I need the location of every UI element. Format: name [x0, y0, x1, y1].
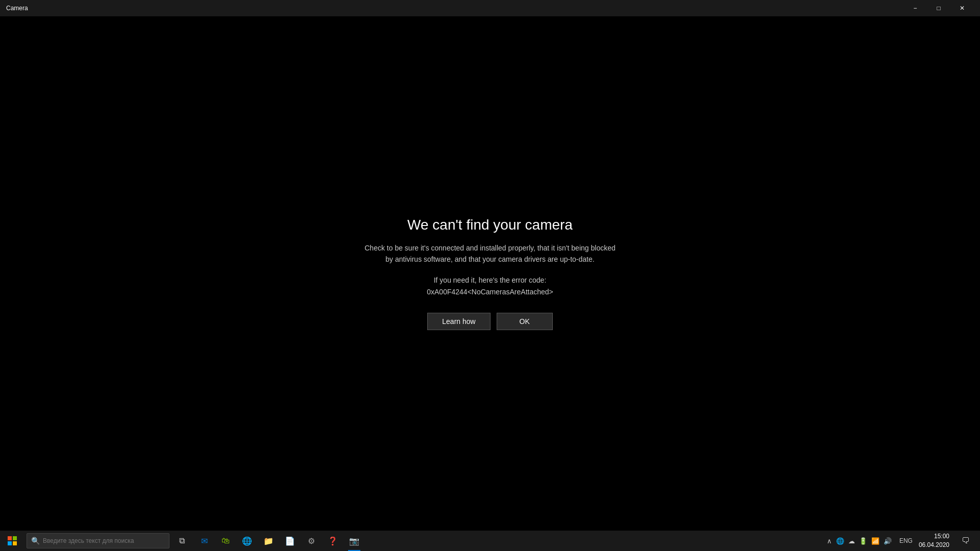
store-icon: 🛍 — [222, 536, 230, 545]
notification-icon: 🗨 — [962, 536, 970, 545]
main-content: We can't find your camera Check to be su… — [0, 16, 980, 531]
pdf-taskbar-button[interactable]: 📄 — [280, 531, 300, 551]
store-taskbar-button[interactable]: 🛍 — [215, 531, 236, 551]
close-button[interactable]: ✕ — [950, 0, 974, 16]
start-button[interactable] — [0, 531, 24, 551]
edge-icon: 🌐 — [242, 536, 252, 546]
task-view-button[interactable]: ⧉ — [172, 531, 192, 551]
maximize-button[interactable]: □ — [927, 0, 950, 16]
help-icon: ❓ — [328, 536, 338, 546]
search-input[interactable] — [43, 537, 165, 544]
taskbar-search[interactable]: 🔍 — [27, 533, 169, 548]
tray-hidden-icons-button[interactable]: ∧ — [825, 537, 834, 545]
volume-icon[interactable]: 🔊 — [882, 537, 893, 545]
windows-logo-icon — [8, 536, 17, 545]
title-bar: Camera − □ ✕ — [0, 0, 980, 16]
error-code-label: If you need it, here's the error code: — [434, 276, 547, 284]
error-title: We can't find your camera — [364, 217, 615, 233]
folder-icon: 📁 — [263, 536, 274, 546]
learn-how-button[interactable]: Learn how — [427, 313, 490, 330]
window-title: Camera — [6, 5, 28, 12]
wifi-icon[interactable]: 📶 — [870, 537, 881, 545]
network-icon[interactable]: 🌐 — [835, 537, 846, 545]
button-row: Learn how OK — [364, 313, 615, 330]
clock-time: 15:00 — [934, 532, 949, 541]
cloud-icon[interactable]: ☁ — [847, 537, 856, 545]
settings-icon: ⚙ — [308, 536, 315, 546]
edge-taskbar-button[interactable]: 🌐 — [237, 531, 257, 551]
taskbar-app-icons: ✉ 🛍 🌐 📁 📄 ⚙ ❓ 📷 — [194, 531, 364, 551]
error-code-section: If you need it, here's the error code: 0… — [364, 274, 615, 299]
tray-icons: ∧ 🌐 ☁ 🔋 📶 🔊 — [825, 537, 893, 545]
explorer-taskbar-button[interactable]: 📁 — [258, 531, 279, 551]
clock-date: 06.04.2020 — [919, 541, 949, 549]
camera-taskbar-button[interactable]: 📷 — [344, 531, 364, 551]
task-view-icon: ⧉ — [179, 536, 185, 545]
settings-taskbar-button[interactable]: ⚙ — [301, 531, 322, 551]
camera-icon: 📷 — [349, 536, 359, 546]
taskbar: 🔍 ⧉ ✉ 🛍 🌐 📁 📄 ⚙ ❓ — [0, 531, 980, 551]
minimize-button[interactable]: − — [903, 0, 927, 16]
pdf-icon: 📄 — [285, 536, 295, 546]
notification-center-button[interactable]: 🗨 — [955, 531, 976, 551]
system-tray: ∧ 🌐 ☁ 🔋 📶 🔊 ENG 15:00 06.04.2020 🗨 — [821, 531, 980, 551]
battery-icon[interactable]: 🔋 — [857, 537, 869, 545]
error-description: Check to be sure it's connected and inst… — [364, 242, 615, 265]
help-taskbar-button[interactable]: ❓ — [323, 531, 343, 551]
language-indicator[interactable]: ENG — [899, 537, 913, 544]
mail-taskbar-button[interactable]: ✉ — [194, 531, 214, 551]
system-clock[interactable]: 15:00 06.04.2020 — [919, 532, 949, 549]
window-controls: − □ ✕ — [903, 0, 974, 16]
error-code-value: 0xA00F4244<NoCamerasAreAttached> — [364, 286, 615, 298]
search-icon: 🔍 — [31, 537, 40, 545]
error-container: We can't find your camera Check to be su… — [364, 217, 615, 330]
mail-icon: ✉ — [201, 536, 208, 546]
ok-button[interactable]: OK — [497, 313, 553, 330]
